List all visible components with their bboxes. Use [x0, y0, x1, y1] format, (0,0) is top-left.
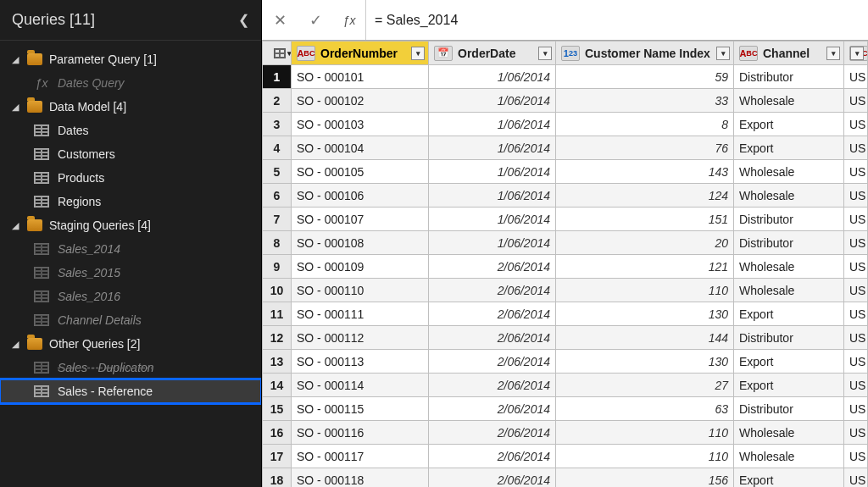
query-item[interactable]: Products	[0, 166, 261, 190]
table-row[interactable]: 16SO - 0001162/06/2014110WholesaleUS	[263, 421, 868, 445]
row-number[interactable]: 18	[263, 468, 292, 488]
cell-orderdate[interactable]: 2/06/2014	[429, 468, 556, 488]
row-number[interactable]: 14	[263, 374, 292, 397]
row-number[interactable]: 1	[263, 65, 292, 89]
cell-channel[interactable]: Distributor	[734, 326, 844, 350]
column-header[interactable]: ABC ▾	[844, 42, 868, 65]
table-row[interactable]: 13SO - 0001132/06/2014130ExportUS	[263, 350, 868, 374]
cell-channel[interactable]: Export	[734, 113, 844, 136]
cell-ordernumber[interactable]: SO - 000118	[292, 468, 429, 488]
cell-truncated[interactable]: US	[844, 208, 868, 231]
table-row[interactable]: 18SO - 0001182/06/2014156ExportUS	[263, 468, 868, 488]
column-header[interactable]: 123Customer Name Index ▾	[556, 42, 734, 65]
cell-orderdate[interactable]: 2/06/2014	[429, 255, 556, 279]
row-number[interactable]: 11	[263, 302, 292, 326]
cell-ordernumber[interactable]: SO - 000111	[292, 302, 429, 326]
cell-customerindex[interactable]: 59	[556, 65, 734, 89]
query-group[interactable]: ◢ Data Model [4]	[0, 95, 261, 119]
cell-orderdate[interactable]: 2/06/2014	[429, 374, 556, 397]
cell-truncated[interactable]: US	[844, 65, 868, 89]
row-number[interactable]: 10	[263, 279, 292, 302]
commit-formula-button[interactable]: ✓	[298, 11, 333, 30]
cell-customerindex[interactable]: 143	[556, 160, 734, 184]
table-row[interactable]: 17SO - 0001172/06/2014110WholesaleUS	[263, 445, 868, 468]
column-header[interactable]: ABCChannel ▾	[734, 42, 844, 65]
row-number[interactable]: 12	[263, 326, 292, 350]
cell-customerindex[interactable]: 130	[556, 302, 734, 326]
cell-customerindex[interactable]: 63	[556, 397, 734, 421]
cell-orderdate[interactable]: 2/06/2014	[429, 279, 556, 302]
cell-customerindex[interactable]: 121	[556, 255, 734, 279]
cell-ordernumber[interactable]: SO - 000112	[292, 326, 429, 350]
cell-ordernumber[interactable]: SO - 000113	[292, 350, 429, 374]
cell-orderdate[interactable]: 2/06/2014	[429, 350, 556, 374]
cell-orderdate[interactable]: 1/06/2014	[429, 160, 556, 184]
table-row[interactable]: 14SO - 0001142/06/201427ExportUS	[263, 374, 868, 397]
row-number[interactable]: 3	[263, 113, 292, 136]
row-number[interactable]: 2	[263, 89, 292, 113]
cell-orderdate[interactable]: 1/06/2014	[429, 184, 556, 208]
cell-orderdate[interactable]: 2/06/2014	[429, 326, 556, 350]
cell-ordernumber[interactable]: SO - 000102	[292, 89, 429, 113]
table-row[interactable]: 9SO - 0001092/06/2014121WholesaleUS	[263, 255, 868, 279]
cell-truncated[interactable]: US	[844, 255, 868, 279]
select-all-corner[interactable]: ▾	[263, 42, 292, 65]
cell-truncated[interactable]: US	[844, 160, 868, 184]
cell-channel[interactable]: Export	[734, 374, 844, 397]
table-row[interactable]: 2SO - 0001021/06/201433WholesaleUS	[263, 89, 868, 113]
row-number[interactable]: 17	[263, 445, 292, 468]
cell-channel[interactable]: Export	[734, 136, 844, 160]
query-item[interactable]: Sales_2014	[0, 237, 261, 261]
cell-channel[interactable]: Wholesale	[734, 279, 844, 302]
cell-orderdate[interactable]: 1/06/2014	[429, 89, 556, 113]
cell-channel[interactable]: Export	[734, 350, 844, 374]
cell-ordernumber[interactable]: SO - 000106	[292, 184, 429, 208]
cell-orderdate[interactable]: 2/06/2014	[429, 302, 556, 326]
cell-orderdate[interactable]: 1/06/2014	[429, 136, 556, 160]
cell-customerindex[interactable]: 110	[556, 279, 734, 302]
cell-channel[interactable]: Wholesale	[734, 445, 844, 468]
query-group[interactable]: ◢ Staging Queries [4]	[0, 213, 261, 237]
cell-truncated[interactable]: US	[844, 113, 868, 136]
cell-ordernumber[interactable]: SO - 000114	[292, 374, 429, 397]
table-row[interactable]: 15SO - 0001152/06/201463DistributorUS	[263, 397, 868, 421]
column-filter-button[interactable]: ▾	[716, 47, 730, 60]
cell-ordernumber[interactable]: SO - 000101	[292, 65, 429, 89]
cell-customerindex[interactable]: 156	[556, 468, 734, 488]
table-row[interactable]: 10SO - 0001102/06/2014110WholesaleUS	[263, 279, 868, 302]
column-filter-button[interactable]: ▾	[826, 47, 840, 60]
table-row[interactable]: 6SO - 0001061/06/2014124WholesaleUS	[263, 184, 868, 208]
table-row[interactable]: 4SO - 0001041/06/201476ExportUS	[263, 136, 868, 160]
column-filter-button[interactable]: ▾	[411, 47, 425, 60]
cell-customerindex[interactable]: 151	[556, 208, 734, 231]
cell-ordernumber[interactable]: SO - 000105	[292, 160, 429, 184]
cell-truncated[interactable]: US	[844, 445, 868, 468]
row-number[interactable]: 9	[263, 255, 292, 279]
table-row[interactable]: 7SO - 0001071/06/2014151DistributorUS	[263, 208, 868, 231]
cell-customerindex[interactable]: 8	[556, 113, 734, 136]
query-group[interactable]: ◢ Parameter Query [1]	[0, 47, 261, 71]
cell-customerindex[interactable]: 130	[556, 350, 734, 374]
query-item[interactable]: ƒxDates Query	[0, 71, 261, 95]
row-number[interactable]: 15	[263, 397, 292, 421]
cell-orderdate[interactable]: 1/06/2014	[429, 113, 556, 136]
query-item[interactable]: Sales - Reference	[0, 379, 261, 403]
cell-ordernumber[interactable]: SO - 000110	[292, 279, 429, 302]
table-row[interactable]: 11SO - 0001112/06/2014130ExportUS	[263, 302, 868, 326]
row-number[interactable]: 8	[263, 231, 292, 255]
table-row[interactable]: 5SO - 0001051/06/2014143WholesaleUS	[263, 160, 868, 184]
column-header[interactable]: ABCOrderNumber ▾	[292, 42, 429, 65]
column-filter-button[interactable]: ▾	[538, 47, 552, 60]
cell-channel[interactable]: Wholesale	[734, 421, 844, 445]
row-number[interactable]: 6	[263, 184, 292, 208]
row-number[interactable]: 16	[263, 421, 292, 445]
query-item[interactable]: Sales_2016	[0, 285, 261, 308]
collapse-panel-icon[interactable]: ❮	[238, 12, 249, 28]
formula-input[interactable]: = Sales_2014	[365, 0, 868, 40]
cell-channel[interactable]: Export	[734, 468, 844, 488]
cell-channel[interactable]: Wholesale	[734, 255, 844, 279]
cell-truncated[interactable]: US	[844, 302, 868, 326]
cell-truncated[interactable]: US	[844, 374, 868, 397]
cell-truncated[interactable]: US	[844, 326, 868, 350]
query-item[interactable]: Channel Details	[0, 308, 261, 332]
